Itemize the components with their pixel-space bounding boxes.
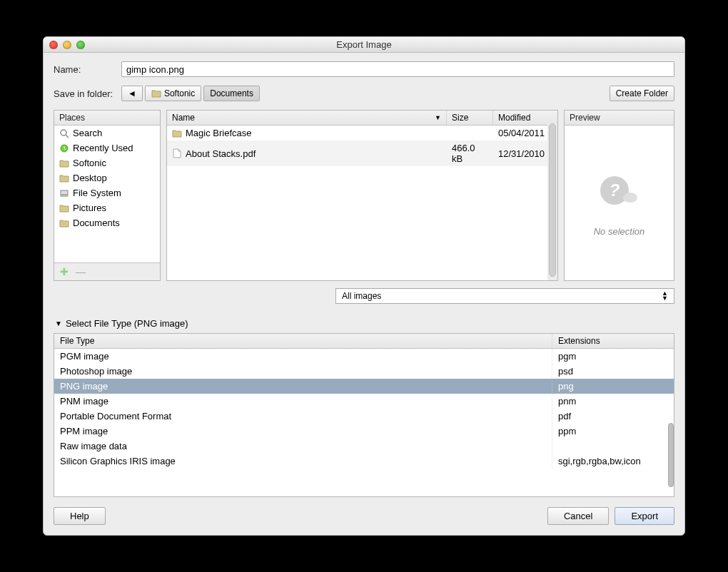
sort-desc-icon: ▼ xyxy=(435,114,441,121)
file-type-name: Raw image data xyxy=(54,439,552,454)
folder-icon xyxy=(59,158,69,168)
places-item-label: Search xyxy=(73,128,102,138)
places-item[interactable]: Documents xyxy=(54,215,160,230)
file-row[interactable]: About Stacks.pdf466.0 kB12/31/2010 xyxy=(167,141,557,166)
file-type-name: Silicon Graphics IRIS image xyxy=(54,454,552,469)
file-type-ext: psd xyxy=(552,364,674,379)
places-item-label: Recently Used xyxy=(73,143,133,153)
places-item[interactable]: File System xyxy=(54,185,160,200)
folder-icon xyxy=(59,203,69,213)
file-type-row[interactable]: Portable Document Formatpdf xyxy=(54,409,674,424)
svg-point-7 xyxy=(623,193,637,203)
file-type-scroll-thumb[interactable] xyxy=(668,423,674,487)
file-list-panel: Name ▼ Size Modified Magic Briefcase05/0… xyxy=(166,110,558,281)
file-list[interactable]: Magic Briefcase05/04/2011About Stacks.pd… xyxy=(167,126,557,280)
folder-icon xyxy=(151,88,161,98)
select-arrows-icon: ▲▼ xyxy=(662,291,668,301)
search-icon xyxy=(59,128,69,138)
places-panel: Places SearchRecently UsedSoftonicDeskto… xyxy=(54,110,161,281)
places-item-label: Pictures xyxy=(73,203,106,213)
cancel-button[interactable]: Cancel xyxy=(547,507,609,525)
folder-icon xyxy=(59,173,69,183)
file-row[interactable]: Magic Briefcase05/04/2011 xyxy=(167,126,557,141)
file-list-scrollbar[interactable] xyxy=(547,123,557,280)
question-mascot-icon: ? xyxy=(595,169,644,212)
file-type-ext: pnm xyxy=(552,394,674,409)
file-list-header: Name ▼ Size Modified xyxy=(167,111,557,126)
expander-arrow-icon: ▼ xyxy=(55,320,62,327)
preview-panel: Preview ? No selection xyxy=(564,110,674,281)
file-type-row[interactable]: PNM imagepnm xyxy=(54,394,674,409)
titlebar: Export Image xyxy=(44,37,684,53)
file-type-row[interactable]: Photoshop imagepsd xyxy=(54,364,674,379)
create-folder-button[interactable]: Create Folder xyxy=(610,86,674,101)
chevron-left-icon: ◄ xyxy=(128,88,136,98)
preview-noselection-label: No selection xyxy=(594,226,645,237)
column-size[interactable]: Size xyxy=(447,111,493,126)
svg-point-0 xyxy=(61,130,66,136)
export-button[interactable]: Export xyxy=(615,507,674,525)
breadcrumb: ◄ Softonic Documents xyxy=(121,86,260,101)
svg-rect-4 xyxy=(61,194,67,195)
places-item[interactable]: Pictures xyxy=(54,200,160,215)
file-type-list[interactable]: PGM imagepgmPhotoshop imagepsdPNG imagep… xyxy=(54,349,674,496)
file-type-ext: png xyxy=(552,379,674,394)
file-name: Magic Briefcase xyxy=(186,128,251,138)
places-footer: ✚ — xyxy=(54,262,160,280)
column-file-type[interactable]: File Type xyxy=(54,334,552,349)
file-type-row[interactable]: PNG imagepng xyxy=(54,379,674,394)
file-type-ext: pdf xyxy=(552,409,674,424)
file-type-expander[interactable]: ▼ Select File Type (PNG image) xyxy=(54,315,674,332)
folder-icon xyxy=(172,128,182,138)
export-dialog: Export Image Name: Save in folder: ◄ Sof… xyxy=(43,36,685,536)
column-extensions[interactable]: Extensions xyxy=(552,334,674,349)
file-name: About Stacks.pdf xyxy=(186,148,256,159)
svg-text:?: ? xyxy=(609,180,620,200)
places-item-label: Softonic xyxy=(73,158,106,168)
add-place-button[interactable]: ✚ xyxy=(60,266,69,277)
breadcrumb-item-softonic[interactable]: Softonic xyxy=(145,86,201,101)
file-type-name: Portable Document Format xyxy=(54,409,552,424)
folder-row: Save in folder: ◄ Softonic Documents Cre… xyxy=(54,86,674,101)
remove-place-button[interactable]: — xyxy=(76,266,86,277)
file-type-ext xyxy=(552,439,674,454)
preview-header: Preview xyxy=(565,111,674,126)
file-type-name: PPM image xyxy=(54,424,552,439)
filename-input[interactable] xyxy=(121,61,674,77)
recent-icon xyxy=(59,143,69,153)
places-item[interactable]: Desktop xyxy=(54,170,160,185)
file-size xyxy=(447,128,493,138)
file-type-name: PGM image xyxy=(54,349,552,364)
file-icon xyxy=(172,148,182,158)
window-title: Export Image xyxy=(44,39,684,50)
help-button[interactable]: Help xyxy=(54,507,106,525)
file-type-row[interactable]: Raw image data xyxy=(54,439,674,454)
places-item[interactable]: Recently Used xyxy=(54,141,160,155)
file-type-name: PNM image xyxy=(54,394,552,409)
places-header: Places xyxy=(54,111,160,126)
file-type-ext: ppm xyxy=(552,424,674,439)
file-type-ext: sgi,rgb,rgba,bw,icon xyxy=(552,454,674,469)
places-item-label: Documents xyxy=(73,218,120,228)
places-item[interactable]: Softonic xyxy=(54,155,160,170)
file-type-row[interactable]: Silicon Graphics IRIS imagesgi,rgb,rgba,… xyxy=(54,454,674,469)
file-type-name: PNG image xyxy=(54,379,552,394)
places-item-label: Desktop xyxy=(73,173,107,183)
column-name[interactable]: Name ▼ xyxy=(167,111,447,126)
file-filter-value: All images xyxy=(342,291,381,301)
name-row: Name: xyxy=(54,61,674,77)
breadcrumb-item-documents[interactable]: Documents xyxy=(203,86,260,101)
file-type-panel: File Type Extensions PGM imagepgmPhotosh… xyxy=(54,333,674,497)
file-type-row[interactable]: PPM imageppm xyxy=(54,424,674,439)
file-type-name: Photoshop image xyxy=(54,364,552,379)
breadcrumb-back-button[interactable]: ◄ xyxy=(121,86,143,101)
file-filter-select[interactable]: All images ▲▼ xyxy=(335,288,674,304)
file-list-scroll-thumb[interactable] xyxy=(549,123,556,277)
svg-line-1 xyxy=(66,135,69,138)
places-list[interactable]: SearchRecently UsedSoftonicDesktopFile S… xyxy=(54,126,160,262)
folder-icon xyxy=(59,218,69,228)
name-label: Name: xyxy=(54,64,121,75)
file-size: 466.0 kB xyxy=(447,143,493,164)
file-type-row[interactable]: PGM imagepgm xyxy=(54,349,674,364)
places-item[interactable]: Search xyxy=(54,126,160,141)
